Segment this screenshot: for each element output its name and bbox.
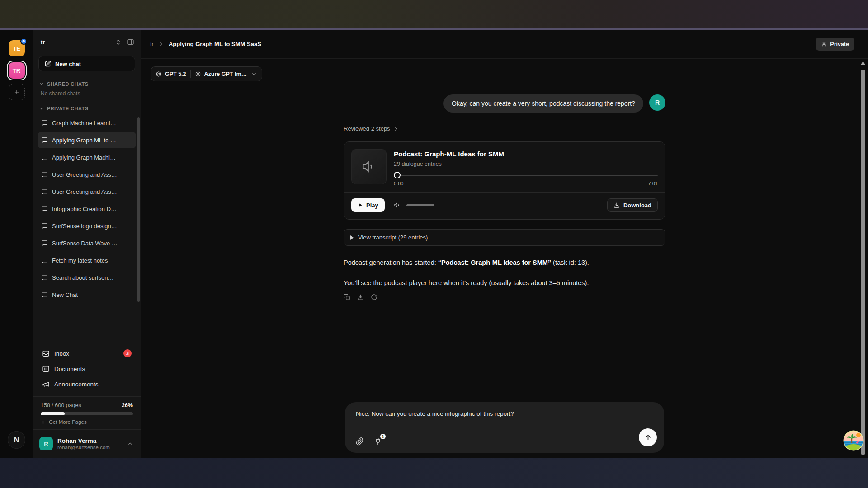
refresh-icon (371, 294, 377, 300)
reviewed-steps-toggle[interactable]: Reviewed 2 steps (344, 125, 665, 132)
chat-title: Applying Graph Machi… (52, 154, 116, 161)
profile-menu-button[interactable]: R Rohan Verma rohan@surfsense.com (33, 430, 141, 458)
chat-list-item[interactable]: Search about surfsen… (38, 269, 136, 286)
n-logo-letter: N (14, 436, 19, 444)
n-framework-badge[interactable]: N (8, 431, 25, 449)
chat-bubble-icon (41, 137, 48, 144)
nav-label: Documents (54, 366, 85, 372)
chat-list-item[interactable]: New Chat (38, 286, 136, 303)
workspace-switcher-button[interactable] (114, 38, 123, 47)
sidebar-header: tr (33, 30, 141, 54)
section-label: PRIVATE CHATS (47, 106, 88, 111)
scrollbar-thumb[interactable] (861, 70, 865, 455)
download-label: Download (623, 202, 651, 209)
chat-title: New Chat (52, 291, 78, 298)
chat-title: User Greeting and Ass… (52, 188, 117, 195)
collapse-sidebar-button[interactable] (126, 38, 135, 47)
workspace-tile-te[interactable]: TE (9, 40, 25, 56)
get-more-label: Get More Pages (49, 419, 87, 425)
chat-title: Applying Graph ML to … (52, 137, 116, 144)
get-more-pages-button[interactable]: Get More Pages (41, 419, 133, 425)
workspace-name: tr (41, 39, 110, 46)
new-chat-button[interactable]: New chat (38, 56, 135, 71)
podcast-title: Podcast: Graph-ML Ideas for SMM (394, 150, 658, 158)
profile-name: Rohan Verma (57, 437, 122, 445)
chat-list-item[interactable]: User Greeting and Ass… (38, 183, 136, 200)
workspace-initials: TE (13, 45, 20, 52)
download-icon (357, 294, 364, 300)
sidebar-item-inbox[interactable]: Inbox 3 (38, 346, 135, 361)
download-message-button[interactable] (357, 294, 364, 300)
chat-list-item[interactable]: Applying Graph Machi… (38, 149, 136, 165)
chat-bubble-icon (41, 206, 48, 212)
privacy-label: Private (830, 41, 849, 47)
privacy-toggle-button[interactable]: Private (816, 38, 854, 51)
add-workspace-button[interactable] (9, 84, 25, 100)
volume-icon (394, 202, 401, 209)
chevron-right-icon (158, 41, 164, 47)
chat-list-item[interactable]: Infographic Creation D… (38, 201, 136, 217)
transcript-toggle[interactable]: View transcript (29 entries) (344, 229, 665, 246)
private-chats-header[interactable]: PRIVATE CHATS (33, 101, 141, 114)
play-label: Play (366, 202, 378, 209)
chat-list-item[interactable]: SurfSense Data Wave … (38, 235, 136, 251)
seek-thumb[interactable] (394, 172, 401, 178)
main-header: tr Applying Graph ML to SMM SaaS Private (141, 30, 868, 59)
vertical-scrollbar[interactable] (859, 60, 867, 456)
assistant-status-line2: You’ll see the podcast player here when … (344, 278, 665, 287)
triangle-right-icon (350, 235, 354, 240)
copy-button[interactable] (344, 294, 350, 300)
chat-bubble-icon (41, 274, 48, 281)
workspace-tile-tr-active[interactable]: TR (9, 62, 25, 79)
model-name: Azure GPT Im… (204, 71, 247, 77)
connector-count-badge: 1 (379, 433, 387, 440)
connectors-button[interactable]: 1 (374, 437, 382, 446)
openai-logo-icon (195, 71, 201, 77)
shared-members-badge (20, 38, 27, 45)
model-segment-primary[interactable]: GPT 5.2 (156, 71, 186, 77)
send-button[interactable] (639, 428, 657, 446)
openai-logo-icon (156, 71, 162, 77)
total-time: 7:01 (648, 181, 658, 186)
chat-list-item-active[interactable]: Applying Graph ML to … (38, 132, 136, 148)
sidebar-item-documents[interactable]: Documents (38, 361, 135, 376)
status-podcast-name: “Podcast: Graph-ML Ideas for SMM” (438, 259, 551, 266)
chat-list-item[interactable]: Graph Machine Learni… (38, 115, 136, 131)
pencil-square-icon (44, 61, 51, 67)
current-time: 0:00 (394, 181, 403, 186)
profile-email: rohan@surfsense.com (57, 445, 122, 450)
chat-title: Infographic Creation D… (52, 206, 117, 212)
user-message-bubble: Okay, can you create a very short, podca… (443, 94, 643, 113)
chat-list-item[interactable]: User Greeting and Ass… (38, 166, 136, 183)
chevron-down-icon (39, 106, 44, 111)
panel-icon (127, 38, 134, 46)
composer[interactable]: Nice. Now can you create a nice infograp… (345, 402, 664, 453)
pages-percent-label: 26% (122, 402, 133, 408)
documents-icon (42, 365, 50, 373)
nav-label: Announcements (54, 381, 99, 388)
message-input[interactable]: Nice. Now can you create a nice infograp… (356, 410, 655, 417)
chevron-down-icon[interactable] (251, 71, 257, 77)
chat-bubble-icon (41, 120, 48, 127)
volume-control[interactable] (394, 202, 434, 209)
sidebar-item-announcements[interactable]: Announcements (38, 376, 135, 392)
chat-list-item[interactable]: Fetch my latest notes (38, 252, 136, 268)
breadcrumb-workspace[interactable]: tr (150, 41, 154, 47)
assistant-status-line1: Podcast generation has started: “Podcast… (344, 258, 665, 267)
chat-list-scrollbar[interactable] (137, 117, 140, 302)
model-selector[interactable]: GPT 5.2 Azure GPT Im… (151, 66, 262, 81)
plus-icon (14, 89, 20, 95)
seek-slider[interactable] (394, 172, 658, 179)
chat-list-item[interactable]: SurfSense logo design… (38, 218, 136, 234)
chat-title: SurfSense logo design… (52, 223, 117, 230)
model-segment-secondary[interactable]: Azure GPT Im… (195, 71, 247, 77)
shared-chats-header[interactable]: SHARED CHATS (33, 77, 141, 89)
island-sticker-badge[interactable] (843, 430, 864, 451)
attach-file-button[interactable] (356, 437, 364, 446)
workspace-initials: TR (13, 67, 20, 74)
regenerate-button[interactable] (371, 294, 377, 300)
download-button[interactable]: Download (607, 198, 658, 212)
play-button[interactable]: Play (351, 198, 385, 212)
scrollbar-up-arrow[interactable] (861, 61, 865, 65)
volume-slider[interactable] (406, 204, 434, 206)
